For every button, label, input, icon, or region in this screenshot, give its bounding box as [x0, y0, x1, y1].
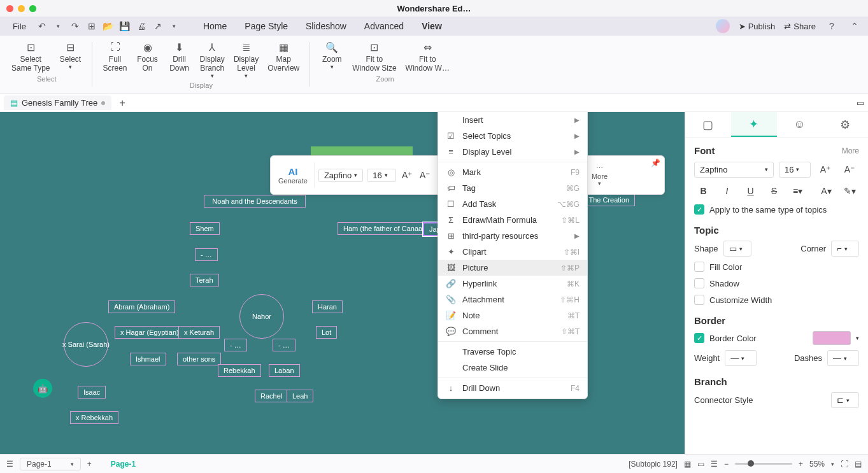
- panel-highlight-icon[interactable]: ✎▾: [841, 183, 859, 199]
- context-menu-mark[interactable]: ◎MarkF9: [438, 164, 587, 180]
- node-dash2[interactable]: - …: [224, 339, 247, 351]
- panel-italic-icon[interactable]: I: [718, 183, 736, 199]
- node-hagar[interactable]: x Hagar (Egyptian): [115, 326, 185, 339]
- node-terah[interactable]: Terah: [190, 274, 219, 286]
- node-rachel[interactable]: Rachel: [255, 390, 288, 402]
- panel-increase-font-icon[interactable]: A⁺: [816, 161, 835, 178]
- window-controls[interactable]: [6, 5, 36, 12]
- node-isaac[interactable]: Isaac: [78, 386, 106, 399]
- decrease-font-icon[interactable]: A⁻: [418, 170, 432, 180]
- display-level-button[interactable]: ≣Display Level▾: [230, 39, 262, 80]
- node-abram[interactable]: Abram (Abraham): [108, 300, 175, 313]
- node-leah[interactable]: Leah: [287, 390, 313, 402]
- context-menu-create-slide[interactable]: Create Slide: [438, 360, 587, 376]
- share-button[interactable]: ⇄Share: [784, 22, 816, 31]
- border-color-checkbox[interactable]: ✓Border Color: [694, 333, 757, 343]
- context-menu-third-party-resources[interactable]: ⊞third-party resources▶: [438, 228, 587, 244]
- shadow-checkbox[interactable]: Shadow: [694, 278, 859, 288]
- context-menu-traverse-topic[interactable]: Traverse Topic: [438, 344, 587, 360]
- context-menu-edrawmath-formula[interactable]: ΣEdrawMath Formula⇧⌘L: [438, 212, 587, 228]
- maximize-window-icon[interactable]: [29, 5, 36, 12]
- export-dropdown-icon[interactable]: ▾: [167, 19, 181, 33]
- border-color-swatch[interactable]: [813, 331, 851, 345]
- grid-icon[interactable]: ▤: [855, 460, 862, 469]
- display-branch-button[interactable]: ⅄Display Branch▾: [196, 39, 229, 80]
- node-sarai[interactable]: x Sarai (Sarah): [64, 322, 108, 367]
- collapse-ribbon-icon[interactable]: ⌃: [848, 19, 862, 33]
- drill-down-button[interactable]: ⬇Drill Down: [164, 39, 195, 80]
- corner-select[interactable]: ⌐ ▾: [831, 241, 859, 257]
- new-icon[interactable]: ⊞: [85, 19, 99, 33]
- close-window-icon[interactable]: [6, 5, 13, 12]
- context-menu-clipart[interactable]: ✦Clipart⇧⌘I: [438, 244, 587, 260]
- context-menu-hyperlink[interactable]: 🔗Hyperlink⌘K: [438, 276, 587, 292]
- increase-font-icon[interactable]: A⁺: [400, 170, 414, 180]
- open-icon[interactable]: 📂: [101, 19, 115, 33]
- context-menu-display-level[interactable]: ≡Display Level▶: [438, 144, 587, 160]
- panel-decrease-font-icon[interactable]: A⁻: [840, 161, 859, 178]
- apply-same-type-checkbox[interactable]: ✓ Apply to the same type of topics: [694, 204, 859, 215]
- node-rebekkah[interactable]: Rebekkah: [218, 364, 261, 377]
- context-menu-add-task[interactable]: ☐Add Task⌥⌘G: [438, 196, 587, 212]
- fill-color-checkbox[interactable]: Fill Color: [694, 262, 859, 272]
- zoom-slider[interactable]: [735, 463, 792, 465]
- context-menu-insert[interactable]: Insert▶: [438, 112, 587, 128]
- context-menu-drill-down[interactable]: ↓Drill DownF4: [438, 380, 587, 396]
- minimize-window-icon[interactable]: [18, 5, 25, 12]
- panel-tab-icons[interactable]: ☺: [777, 112, 823, 137]
- tab-view[interactable]: View: [422, 21, 442, 31]
- panel-font-family[interactable]: Zapfino▾: [694, 162, 774, 178]
- fit-screen-icon[interactable]: ⛶: [841, 460, 848, 469]
- add-page-button[interactable]: +: [87, 460, 92, 469]
- font-family-select[interactable]: Zapfino▾: [318, 169, 363, 182]
- help-icon[interactable]: ?: [825, 19, 839, 33]
- node-haran[interactable]: Haran: [312, 300, 343, 313]
- node-xrebekkah[interactable]: x Rebekkah: [70, 411, 118, 424]
- pin-toolbar-icon[interactable]: 📌: [651, 159, 660, 167]
- shape-select[interactable]: ▭ ▾: [723, 241, 751, 257]
- focus-on-button[interactable]: ◉Focus On: [132, 39, 163, 80]
- select-button[interactable]: ⊟Select▾: [55, 39, 85, 74]
- context-menu-note[interactable]: 📝Note⌘T: [438, 307, 587, 323]
- node-ham[interactable]: Ham (the father of Canaan): [338, 222, 434, 235]
- undo-icon[interactable]: ↶: [35, 19, 49, 33]
- node-ishmael[interactable]: Ishmael: [130, 353, 166, 365]
- more-button[interactable]: ⋯ More ▾: [589, 163, 610, 188]
- panel-strike-icon[interactable]: S: [765, 183, 783, 199]
- node-shem[interactable]: Shem: [190, 222, 220, 235]
- node-lot[interactable]: Lot: [316, 326, 337, 339]
- user-avatar[interactable]: [716, 19, 730, 33]
- publish-button[interactable]: ➤Publish: [739, 22, 776, 31]
- tab-advanced[interactable]: Advanced: [364, 21, 404, 31]
- connector-style-select[interactable]: ⊏ ▾: [831, 392, 859, 408]
- ai-assistant-bubble[interactable]: 🤖: [33, 379, 52, 398]
- tab-home[interactable]: Home: [203, 21, 227, 31]
- zoom-out-icon[interactable]: −: [724, 460, 729, 469]
- context-menu-select-topics[interactable]: ☑Select Topics▶: [438, 128, 587, 144]
- node-creation[interactable]: The Creation: [583, 194, 635, 206]
- zoom-thumb[interactable]: [748, 460, 754, 467]
- page-selector[interactable]: Page-1▾: [20, 458, 81, 470]
- presentation-icon[interactable]: ▭: [697, 460, 704, 469]
- node-othersons[interactable]: other sons: [177, 353, 221, 365]
- dashes-select[interactable]: — ▾: [827, 350, 859, 366]
- panel-align-icon[interactable]: ≡▾: [788, 183, 807, 199]
- panel-bold-icon[interactable]: B: [694, 183, 713, 199]
- export-icon[interactable]: ↗: [151, 19, 165, 33]
- node-laban[interactable]: Laban: [269, 364, 300, 377]
- node-dash1[interactable]: - …: [195, 248, 218, 261]
- context-menu-attachment[interactable]: 📎Attachment⇧⌘H: [438, 292, 587, 307]
- layout-view-icon[interactable]: ▦: [684, 460, 691, 469]
- panel-toggle-icon[interactable]: ▭: [857, 98, 864, 108]
- context-menu-comment[interactable]: 💬Comment⇧⌘T: [438, 323, 587, 339]
- undo-dropdown-icon[interactable]: ▾: [52, 19, 66, 33]
- node-root[interactable]: Noah and the Descendants: [204, 195, 306, 208]
- node-dash3[interactable]: - …: [273, 339, 295, 351]
- tab-page-style[interactable]: Page Style: [245, 21, 288, 31]
- select-same-type-button[interactable]: ⊡Select Same Type: [8, 39, 53, 74]
- zoom-in-icon[interactable]: +: [799, 460, 803, 469]
- panel-tab-style[interactable]: ▢: [685, 112, 731, 137]
- add-tab-button[interactable]: +: [117, 97, 128, 109]
- panel-font-color-icon[interactable]: A▾: [817, 183, 836, 199]
- notes-icon[interactable]: ☰: [711, 460, 718, 469]
